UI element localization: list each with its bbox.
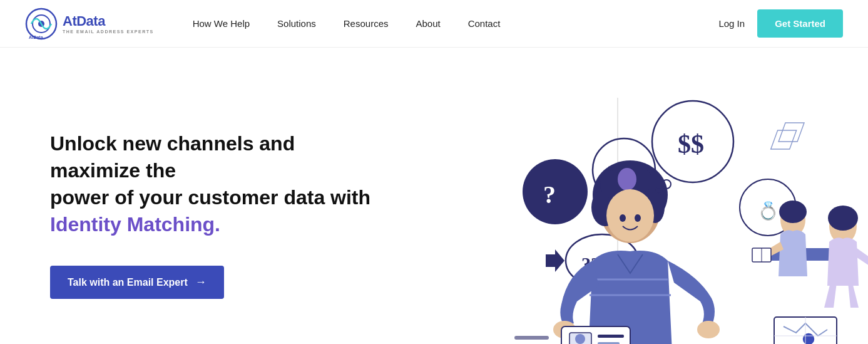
- svg-point-49: [802, 333, 815, 344]
- svg-text:AtData: AtData: [29, 35, 43, 39]
- hero-section: Unlock new channels and maximize the pow…: [0, 48, 868, 344]
- brand-tagline: THE EMAIL ADDRESS EXPERTS: [63, 29, 154, 34]
- brand-name: AtData: [63, 13, 154, 29]
- svg-point-30: [697, 321, 720, 338]
- cta-arrow-icon: →: [195, 276, 207, 289]
- svg-text:$$: $$: [678, 130, 704, 159]
- svg-text:?: ?: [543, 180, 556, 209]
- svg-point-28: [635, 214, 641, 222]
- nav-how-we-help[interactable]: How We Help: [179, 18, 263, 29]
- hero-illustration: $$ ? ?? ??? 💍: [380, 48, 868, 344]
- login-link[interactable]: Log In: [718, 18, 745, 29]
- svg-rect-38: [514, 336, 549, 340]
- logo-icon: AtData: [25, 8, 58, 40]
- svg-point-45: [779, 201, 807, 223]
- logo-link[interactable]: AtData AtData THE EMAIL ADDRESS EXPERTS: [25, 8, 154, 40]
- hero-text: Unlock new channels and maximize the pow…: [50, 130, 388, 300]
- svg-marker-15: [555, 249, 564, 272]
- svg-point-43: [828, 206, 858, 231]
- svg-rect-16: [546, 254, 555, 267]
- svg-point-34: [575, 334, 585, 344]
- nav-about[interactable]: About: [402, 18, 454, 29]
- hero-heading: Unlock new channels and maximize the pow…: [50, 130, 388, 239]
- svg-rect-35: [598, 335, 624, 338]
- cta-button[interactable]: Talk with an Email Expert →: [50, 266, 224, 299]
- cta-label: Talk with an Email Expert: [68, 277, 188, 288]
- svg-point-26: [606, 189, 654, 242]
- svg-rect-6: [779, 123, 804, 142]
- svg-point-25: [618, 168, 636, 190]
- svg-point-27: [620, 214, 626, 222]
- illustration-svg: $$ ? ?? ??? 💍: [380, 48, 868, 344]
- nav-contact[interactable]: Contact: [454, 18, 514, 29]
- nav-links: How We Help Solutions Resources About Co…: [179, 18, 719, 29]
- main-nav: AtData AtData THE EMAIL ADDRESS EXPERTS …: [0, 0, 868, 48]
- nav-solutions[interactable]: Solutions: [263, 18, 330, 29]
- svg-text:💍: 💍: [757, 201, 779, 221]
- hero-heading-accent: Identity Matching.: [50, 213, 220, 236]
- get-started-button[interactable]: Get Started: [757, 9, 843, 38]
- nav-resources[interactable]: Resources: [330, 18, 402, 29]
- nav-right: Log In Get Started: [718, 9, 843, 38]
- svg-rect-5: [771, 130, 797, 149]
